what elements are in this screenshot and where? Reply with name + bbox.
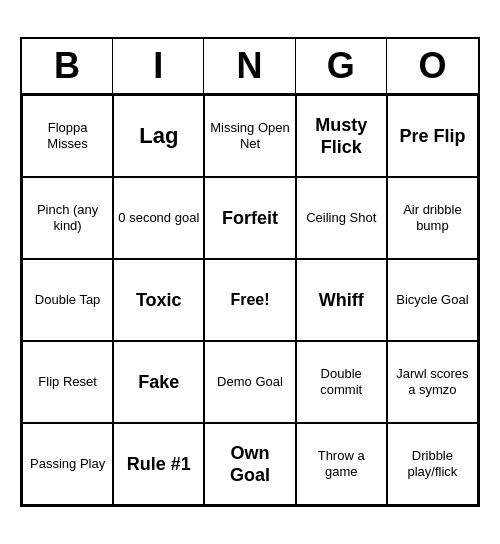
bingo-cell: Pre Flip — [387, 95, 478, 177]
bingo-cell: Musty Flick — [296, 95, 387, 177]
bingo-cell: Bicycle Goal — [387, 259, 478, 341]
letter-i: I — [113, 39, 204, 93]
bingo-cell: Fake — [113, 341, 204, 423]
bingo-cell: Rule #1 — [113, 423, 204, 505]
bingo-cell: Floppa Misses — [22, 95, 113, 177]
bingo-cell: Double commit — [296, 341, 387, 423]
bingo-cell: Free! — [204, 259, 295, 341]
bingo-cell: Own Goal — [204, 423, 295, 505]
bingo-cell: Flip Reset — [22, 341, 113, 423]
letter-g: G — [296, 39, 387, 93]
bingo-cell: Demo Goal — [204, 341, 295, 423]
letter-o: O — [387, 39, 478, 93]
letter-b: B — [22, 39, 113, 93]
bingo-header: B I N G O — [22, 39, 478, 95]
bingo-cell: Missing Open Net — [204, 95, 295, 177]
bingo-cell: 0 second goal — [113, 177, 204, 259]
bingo-cell: Passing Play — [22, 423, 113, 505]
bingo-cell: Toxic — [113, 259, 204, 341]
bingo-cell: Double Tap — [22, 259, 113, 341]
bingo-card: B I N G O Floppa MissesLagMissing Open N… — [20, 37, 480, 507]
bingo-cell: Jarwl scores a symzo — [387, 341, 478, 423]
bingo-cell: Pinch (any kind) — [22, 177, 113, 259]
bingo-cell: Whiff — [296, 259, 387, 341]
bingo-cell: Lag — [113, 95, 204, 177]
bingo-cell: Forfeit — [204, 177, 295, 259]
bingo-cell: Ceiling Shot — [296, 177, 387, 259]
bingo-grid: Floppa MissesLagMissing Open NetMusty Fl… — [22, 95, 478, 505]
bingo-cell: Dribble play/flick — [387, 423, 478, 505]
letter-n: N — [204, 39, 295, 93]
bingo-cell: Throw a game — [296, 423, 387, 505]
bingo-cell: Air dribble bump — [387, 177, 478, 259]
